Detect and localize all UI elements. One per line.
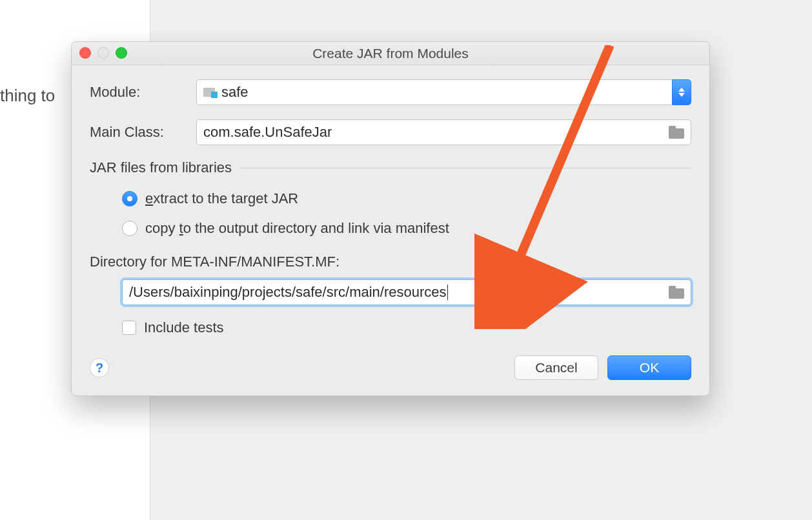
module-label: Module:: [90, 84, 196, 101]
module-row: Module: safe: [90, 79, 691, 105]
main-class-input[interactable]: [203, 124, 664, 141]
include-tests-label[interactable]: Include tests: [144, 319, 224, 336]
radio-extract-label[interactable]: eextract to the target JARxtract to the …: [145, 190, 298, 207]
manifest-dir-input-wrap: /Users/baixinping/projects/safe/src/main…: [122, 279, 691, 305]
browse-manifest-dir-icon[interactable]: [669, 286, 684, 299]
jar-libraries-group-header: JAR files from libraries: [90, 159, 691, 176]
manifest-dir-value: /Users/baixinping/projects/safe/src/main…: [129, 284, 447, 301]
titlebar: Create JAR from Modules: [72, 42, 709, 65]
module-icon: [203, 86, 218, 98]
help-button[interactable]: ?: [90, 358, 109, 377]
select-caret-icon[interactable]: [672, 79, 691, 105]
divider: [239, 168, 691, 168]
dialog-title: Create JAR from Modules: [72, 46, 709, 61]
main-class-input-wrap: [196, 119, 691, 145]
jar-libraries-radios: eextract to the target JARxtract to the …: [122, 190, 691, 237]
module-value: safe: [221, 84, 249, 101]
main-class-label: Main Class:: [90, 124, 196, 141]
background-text: thing to: [0, 86, 55, 106]
browse-main-class-icon[interactable]: [669, 126, 684, 139]
dialog-content: Module: safe Main Class: JAR files from …: [72, 65, 709, 395]
radio-row-extract: eextract to the target JARxtract to the …: [122, 190, 691, 207]
minimize-window-button[interactable]: [97, 47, 109, 59]
cancel-button[interactable]: Cancel: [514, 355, 598, 380]
manifest-dir-section: Directory for META-INF/MANIFEST.MF: /Use…: [90, 254, 691, 305]
window-controls: [79, 47, 127, 59]
module-select[interactable]: safe: [196, 79, 691, 105]
include-tests-checkbox[interactable]: [122, 321, 136, 335]
text-cursor: [447, 285, 448, 300]
radio-row-copy: copy to the output directory and link vi…: [122, 220, 691, 237]
create-jar-dialog: Create JAR from Modules Module: safe Mai…: [71, 41, 710, 396]
dialog-footer: ? Cancel OK: [90, 355, 691, 380]
ok-button[interactable]: OK: [607, 355, 691, 380]
close-window-button[interactable]: [79, 47, 91, 59]
radio-extract[interactable]: [122, 191, 137, 206]
radio-copy[interactable]: [122, 221, 137, 236]
manifest-dir-label: Directory for META-INF/MANIFEST.MF:: [90, 254, 691, 270]
include-tests-row: Include tests: [122, 319, 691, 336]
maximize-window-button[interactable]: [116, 47, 127, 59]
main-class-row: Main Class:: [90, 119, 691, 145]
radio-copy-label[interactable]: copy to the output directory and link vi…: [145, 220, 449, 237]
jar-libraries-group-title: JAR files from libraries: [90, 159, 232, 176]
module-select-body: safe: [196, 79, 672, 105]
